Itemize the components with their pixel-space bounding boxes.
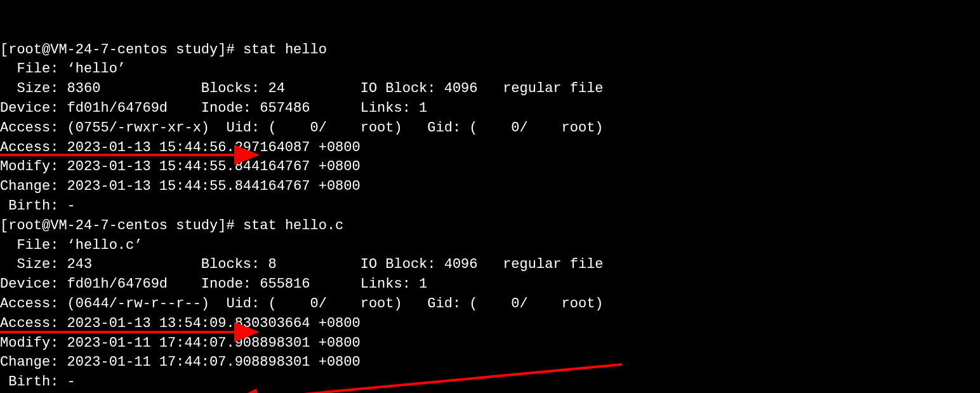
stat-hello-birth: Birth: - [0,198,76,214]
stat-hello-device: Device: fd01h/64769d Inode: 657486 Links… [0,100,427,116]
stat-helloc-access-time: Access: 2023-01-13 13:54:09.830303664 +0… [0,316,361,331]
stat-hello-change-time: Change: 2023-01-13 15:44:55.844164767 +0… [0,178,361,194]
stat-helloc-modify-time: Modify: 2023-01-11 17:44:07.908898301 +0… [0,335,361,351]
stat-hello-access-time: Access: 2023-01-13 15:44:56.297164087 +0… [0,140,361,156]
command-stat-hello-c: stat hello.c [243,218,343,234]
stat-helloc-file: File: ‘hello.c’ [0,237,142,253]
command-stat-hello: stat hello [243,42,327,58]
stat-hello-modify-time: Modify: 2023-01-13 15:44:55.844164767 +0… [0,159,361,175]
prompt: [root@VM-24-7-centos study]# [0,218,243,234]
stat-helloc-birth: Birth: - [0,374,76,390]
stat-helloc-change-time: Change: 2023-01-11 17:44:07.908898301 +0… [0,354,361,370]
stat-helloc-access-perm: Access: (0644/-rw-r--r--) Uid: ( 0/ root… [0,296,604,312]
stat-hello-size: Size: 8360 Blocks: 24 IO Block: 4096 reg… [0,81,604,97]
stat-hello-file: File: ‘hello’ [0,61,126,77]
stat-helloc-size: Size: 243 Blocks: 8 IO Block: 4096 regul… [0,256,604,272]
prompt: [root@VM-24-7-centos study]# [0,42,243,58]
terminal-output: [root@VM-24-7-centos study]# stat hello … [0,21,604,393]
stat-hello-access-perm: Access: (0755/-rwxr-xr-x) Uid: ( 0/ root… [0,120,604,136]
stat-helloc-device: Device: fd01h/64769d Inode: 655816 Links… [0,276,427,292]
